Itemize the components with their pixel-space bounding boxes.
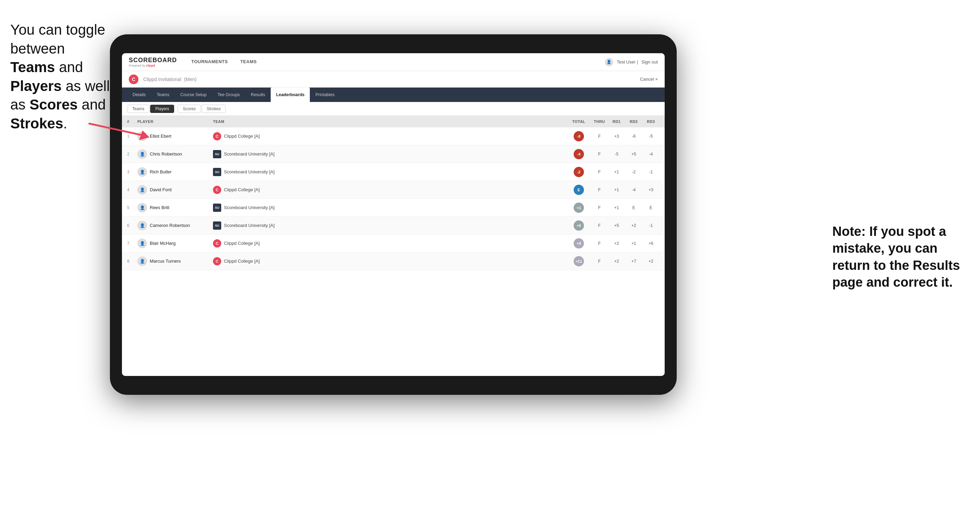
row-team: SU Scoreboard University [A] — [213, 150, 567, 158]
row-team: C Clippd College [A] — [213, 257, 567, 265]
logo-main-text: SCOREBOARD — [129, 57, 177, 64]
row-total: +6 — [567, 221, 591, 231]
player-avatar: 👤 — [137, 203, 147, 213]
row-rd2: -4 — [625, 187, 642, 192]
col-total: TOTAL — [567, 119, 591, 124]
table-row: 7 👤 Blair McHarg C Clippd College [A] +9… — [122, 235, 665, 252]
score-badge: -2 — [574, 167, 584, 177]
team-name: Scoreboard University [A] — [224, 205, 274, 210]
team-logo-icon: C — [213, 186, 221, 194]
tablet-frame: SCOREBOARD Powered by clippd TOURNAMENTS… — [110, 34, 677, 395]
row-rd3: -4 — [642, 152, 660, 157]
svg-line-0 — [89, 124, 144, 136]
top-nav: SCOREBOARD Powered by clippd TOURNAMENTS… — [122, 53, 665, 71]
row-team: SU Scoreboard University [A] — [213, 203, 567, 212]
row-team: C Clippd College [A] — [213, 239, 567, 248]
score-badge: +6 — [574, 221, 584, 231]
row-rd3: +3 — [642, 187, 660, 192]
player-avatar: 👤 — [137, 239, 147, 248]
nav-right: 👤 Test User | Sign out — [605, 58, 658, 66]
logo-brand: clippd — [146, 64, 155, 67]
row-rd3: E — [642, 205, 660, 210]
row-player: 👤 Cameron Robertson — [137, 221, 213, 230]
table-row: 8 👤 Marcus Turners C Clippd College [A] … — [122, 252, 665, 270]
sub-nav: Details Teams Course Setup Tee Groups Re… — [122, 87, 665, 102]
row-num: 5 — [127, 205, 137, 210]
team-logo-icon: C — [213, 257, 221, 265]
col-rd2: RD2 — [625, 119, 642, 124]
row-rd3: -1 — [642, 170, 660, 175]
nav-teams[interactable]: TEAMS — [234, 53, 263, 71]
row-player: 👤 Blair McHarg — [137, 239, 213, 248]
tab-results[interactable]: Results — [245, 87, 270, 102]
row-player: 👤 Rees Britt — [137, 203, 213, 213]
tab-tee-groups[interactable]: Tee Groups — [212, 87, 245, 102]
nav-links: TOURNAMENTS TEAMS — [185, 53, 605, 71]
row-thru: F — [591, 259, 608, 264]
row-rd3: -5 — [642, 134, 660, 139]
score-badge: -8 — [574, 131, 584, 141]
row-rd1: +2 — [608, 259, 625, 264]
toggle-strokes[interactable]: Strokes — [202, 105, 226, 113]
tab-course-setup[interactable]: Course Setup — [175, 87, 212, 102]
team-name: Clippd College [A] — [224, 259, 260, 264]
table-row: 2 👤 Chris Robertson SU Scoreboard Univer… — [122, 145, 665, 163]
player-name: Rees Britt — [150, 205, 169, 210]
toggle-teams[interactable]: Teams — [127, 105, 150, 113]
row-total: +9 — [567, 238, 591, 249]
tab-printables[interactable]: Printables — [310, 87, 340, 102]
col-rd1: RD1 — [608, 119, 625, 124]
sign-out-link[interactable]: Sign out — [641, 59, 658, 65]
row-thru: F — [591, 205, 608, 210]
col-thru: THRU — [591, 119, 608, 124]
row-rd2: E — [625, 205, 642, 210]
row-num: 7 — [127, 241, 137, 246]
row-num: 4 — [127, 187, 137, 192]
score-badge: +1 — [574, 203, 584, 213]
table-body: 1 👤 Elliot Ebert C Clippd College [A] -8… — [122, 127, 665, 376]
row-total: -4 — [567, 149, 591, 159]
team-name: Scoreboard University [A] — [224, 151, 274, 157]
scoreboard-logo: SCOREBOARD Powered by clippd — [129, 57, 177, 67]
row-total: +1 — [567, 203, 591, 213]
row-total: -8 — [567, 131, 591, 141]
player-name: Chris Robertson — [150, 151, 182, 157]
row-rd2: -6 — [625, 134, 642, 139]
cancel-button[interactable]: Cancel × — [640, 76, 658, 82]
row-thru: F — [591, 134, 608, 139]
row-rd1: +3 — [608, 134, 625, 139]
row-rd2: +2 — [625, 223, 642, 228]
team-logo-icon: SU — [213, 150, 221, 158]
row-rd3: +2 — [642, 259, 660, 264]
nav-tournaments[interactable]: TOURNAMENTS — [185, 53, 234, 71]
score-badge: +11 — [574, 256, 584, 267]
toggle-players[interactable]: Players — [150, 105, 174, 113]
row-rd2: +5 — [625, 152, 642, 157]
bold-teams: Teams — [10, 59, 55, 75]
row-player: 👤 Rich Butler — [137, 167, 213, 177]
row-team: SU Scoreboard University [A] — [213, 168, 567, 176]
team-logo-icon: SU — [213, 168, 221, 176]
team-name: Clippd College [A] — [224, 241, 260, 246]
bold-strokes: Strokes — [10, 115, 63, 132]
player-avatar: 👤 — [137, 256, 147, 266]
row-player: 👤 Chris Robertson — [137, 149, 213, 159]
team-name: Scoreboard University [A] — [224, 169, 274, 175]
tournament-logo: C — [129, 75, 138, 84]
tab-teams[interactable]: Teams — [151, 87, 175, 102]
row-total: +11 — [567, 256, 591, 267]
tab-details[interactable]: Details — [127, 87, 151, 102]
score-badge: +9 — [574, 238, 584, 249]
tournament-header: C Clippd Invitational (Men) Cancel × — [122, 71, 665, 87]
table-row: 1 👤 Elliot Ebert C Clippd College [A] -8… — [122, 127, 665, 145]
tab-leaderboards[interactable]: Leaderboards — [270, 87, 310, 102]
player-avatar: 👤 — [137, 185, 147, 195]
toggle-scores[interactable]: Scores — [178, 105, 200, 113]
tournament-name: Clippd Invitational (Men) — [142, 76, 196, 82]
row-rd1: +1 — [608, 205, 625, 210]
table-row: 6 👤 Cameron Robertson SU Scoreboard Univ… — [122, 217, 665, 235]
table-row: 4 👤 David Ford C Clippd College [A] E F … — [122, 181, 665, 199]
row-rd1: +2 — [608, 241, 625, 246]
score-badge: -4 — [574, 149, 584, 159]
row-num: 3 — [127, 170, 137, 175]
